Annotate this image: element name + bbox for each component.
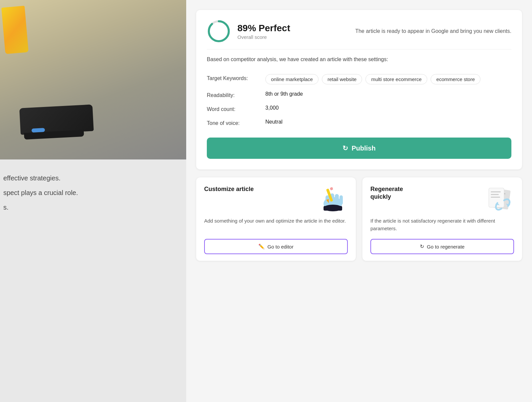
- score-header: 89% Perfect Overall score The article is…: [207, 19, 511, 50]
- right-panel: 89% Perfect Overall score The article is…: [186, 0, 532, 402]
- customize-card-top: Customize article: [204, 185, 348, 212]
- keyword-tag-2: retail website: [322, 74, 362, 84]
- regenerate-card: Regenerate quickly: [362, 177, 522, 261]
- regenerate-illustration: [484, 185, 514, 212]
- article-line-2: spect plays a crucial role.: [3, 187, 180, 198]
- score-subtitle: Overall score: [237, 34, 347, 40]
- keywords-row: Target Keywords: online marketplace reta…: [207, 71, 511, 88]
- article-text-area: effective strategies. spect plays a cruc…: [0, 159, 186, 223]
- score-circle: [207, 19, 231, 43]
- svg-rect-11: [330, 187, 333, 190]
- regenerate-card-description: If the article is not satisfactory regen…: [370, 217, 514, 232]
- go-to-editor-label: Go to editor: [267, 244, 293, 250]
- svg-rect-17: [491, 194, 499, 195]
- edit-icon: ✏️: [258, 244, 265, 250]
- go-to-editor-button[interactable]: ✏️ Go to editor: [204, 239, 348, 254]
- publish-label: Publish: [351, 145, 375, 152]
- keywords-container: online marketplace retail website multi …: [265, 74, 480, 84]
- svg-rect-5: [335, 194, 339, 205]
- customize-card-title: Customize article: [204, 185, 254, 193]
- publish-button[interactable]: ↻ Publish: [207, 138, 511, 159]
- keywords-label: Target Keywords:: [207, 74, 260, 81]
- score-title-block: 89% Perfect Overall score: [237, 23, 347, 40]
- word-count-row: Word count: 3,000: [207, 102, 511, 116]
- article-line-3: s.: [3, 202, 180, 213]
- svg-rect-8: [324, 206, 342, 211]
- article-line-1: effective strategies.: [3, 173, 180, 183]
- left-panel: effective strategies. spect plays a cruc…: [0, 0, 186, 402]
- word-count-value: 3,000: [265, 105, 279, 111]
- score-value: 89% Perfect: [237, 23, 347, 34]
- customize-card-description: Add something of your own and optimize t…: [204, 217, 348, 232]
- cup-decoration: [1, 6, 29, 54]
- tone-value: Neutral: [265, 119, 283, 125]
- readability-row: Readability: 8th or 9th grade: [207, 88, 511, 102]
- go-to-regenerate-button[interactable]: ↻ Go to regenerate: [370, 239, 514, 254]
- svg-rect-18: [491, 197, 500, 198]
- customize-card: Customize article: [196, 177, 356, 261]
- readability-value: 8th or 9th grade: [265, 91, 303, 97]
- regenerate-card-top: Regenerate quickly: [370, 185, 514, 212]
- device-blue-accent: [32, 128, 45, 133]
- publish-icon: ↻: [342, 144, 348, 152]
- keyword-tag-4: ecommerce store: [431, 74, 480, 84]
- go-to-regenerate-label: Go to regenerate: [427, 244, 465, 250]
- keyword-tag-3: multi store ecommerce: [365, 74, 427, 84]
- intro-text: Based on competitor analysis, we have cr…: [207, 55, 511, 63]
- device-decoration: [19, 104, 94, 135]
- svg-rect-16: [491, 191, 501, 192]
- bottom-cards: Customize article: [196, 177, 522, 261]
- score-card: 89% Perfect Overall score The article is…: [196, 10, 522, 169]
- article-image: [0, 0, 186, 159]
- tone-label: Tone of voice:: [207, 119, 260, 126]
- score-description: The article is ready to appear in Google…: [354, 27, 511, 35]
- svg-rect-6: [339, 195, 343, 205]
- svg-point-1: [209, 21, 229, 41]
- settings-table: Target Keywords: online marketplace reta…: [207, 71, 511, 130]
- word-count-label: Word count:: [207, 105, 260, 112]
- tone-row: Tone of voice: Neutral: [207, 116, 511, 130]
- regenerate-card-title: Regenerate quickly: [370, 185, 424, 201]
- keyword-tag-1: online marketplace: [265, 74, 319, 84]
- refresh-icon: ↻: [420, 244, 424, 250]
- readability-label: Readability:: [207, 91, 260, 98]
- customize-illustration: [318, 185, 348, 212]
